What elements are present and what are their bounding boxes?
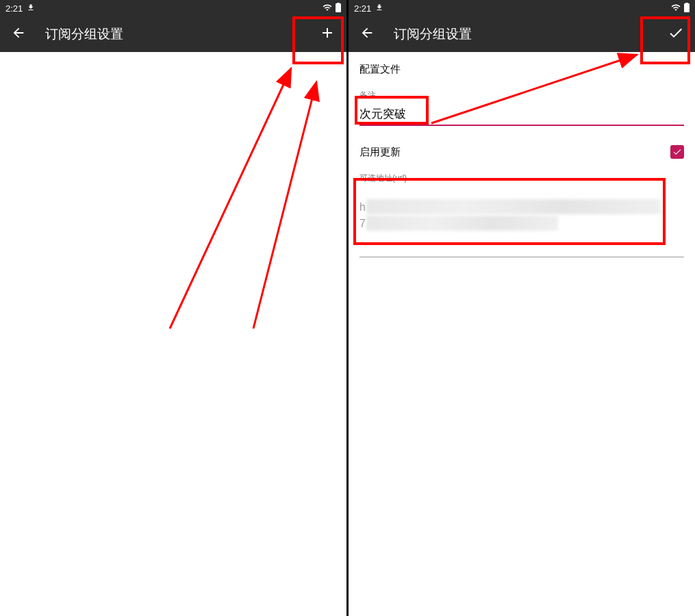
url-line2: 7 (359, 218, 366, 229)
url-underline (359, 257, 684, 257)
url-label: 可选地址(url) (359, 172, 684, 184)
url-input[interactable]: h ttps://example-subscription-url.com/pa… (359, 187, 684, 244)
status-time-right: 2:21 (354, 3, 371, 14)
wifi-icon (322, 3, 333, 14)
svg-rect-0 (336, 3, 341, 12)
battery-icon-right (684, 3, 690, 14)
enable-update-checkbox[interactable] (670, 145, 684, 159)
svg-rect-3 (685, 3, 688, 4)
add-button[interactable] (319, 25, 336, 44)
back-icon[interactable] (11, 25, 26, 43)
download-icon (27, 3, 35, 14)
wifi-icon-right (670, 3, 681, 14)
back-icon-right[interactable] (359, 25, 375, 43)
svg-rect-1 (337, 3, 340, 4)
status-bar-right: 2:21 (349, 0, 695, 16)
status-bar: 2:21 (0, 0, 346, 16)
svg-rect-2 (684, 3, 690, 12)
app-bar-right: 订阅分组设置 (349, 16, 695, 52)
app-bar-left: 订阅分组设置 (0, 16, 346, 52)
section-title: 配置文件 (359, 63, 684, 76)
remark-input[interactable] (359, 104, 684, 126)
download-icon-right (375, 3, 383, 14)
right-screen: 2:21 订阅分组设置 配置文件 备注 启用更新 (349, 0, 695, 616)
page-title-left: 订阅分组设置 (45, 25, 123, 43)
content-area: 配置文件 备注 启用更新 可选地址(url) h ttps://example-… (349, 52, 695, 268)
page-title-right: 订阅分组设置 (394, 25, 472, 43)
url-line1: h (359, 201, 366, 213)
confirm-button[interactable] (668, 25, 684, 44)
status-time: 2:21 (5, 3, 23, 14)
enable-update-label: 启用更新 (359, 146, 401, 159)
battery-icon (336, 3, 341, 14)
remark-label: 备注 (359, 90, 684, 101)
left-screen: 2:21 订阅分组设置 (0, 0, 346, 616)
